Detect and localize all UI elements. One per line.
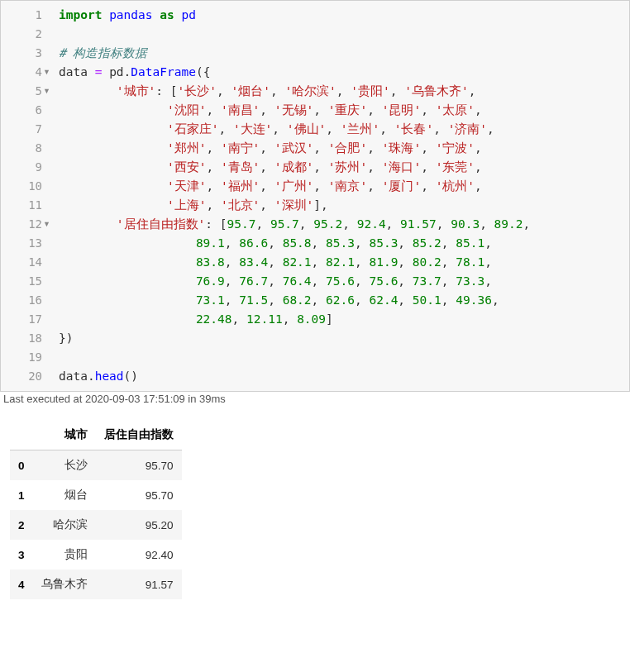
df-row-index: 2: [10, 510, 33, 540]
df-cell: 烟台: [33, 480, 96, 510]
execution-status: Last executed at 2020-09-03 17:51:09 in …: [0, 391, 630, 407]
dataframe-table: 城市居住自由指数 0长沙95.701烟台95.702哈尔滨95.203贵阳92.…: [10, 420, 182, 599]
df-row-index: 1: [10, 480, 33, 510]
df-cell: 95.70: [96, 480, 182, 510]
df-cell: 乌鲁木齐: [33, 570, 96, 599]
code-editor[interactable]: import pandas as pd # 构造指标数据▼data = pd.D…: [50, 1, 629, 391]
table-row: 3贵阳92.40: [10, 540, 182, 570]
df-cell: 95.70: [96, 450, 182, 481]
table-row: 2哈尔滨95.20: [10, 510, 182, 540]
dataframe-output: 城市居住自由指数 0长沙95.701烟台95.702哈尔滨95.203贵阳92.…: [10, 420, 630, 599]
df-cell: 95.20: [96, 510, 182, 540]
df-cell: 92.40: [96, 540, 182, 570]
df-col-header: 城市: [33, 420, 96, 450]
df-row-index: 0: [10, 450, 33, 481]
df-col-header: 居住自由指数: [96, 420, 182, 450]
table-row: 0长沙95.70: [10, 450, 182, 481]
df-row-index: 4: [10, 570, 33, 599]
df-cell: 91.57: [96, 570, 182, 599]
df-corner: [10, 420, 33, 450]
line-number-gutter: 1234567891011121314151617181920: [1, 1, 50, 391]
df-row-index: 3: [10, 540, 33, 570]
table-row: 4乌鲁木齐91.57: [10, 570, 182, 599]
fold-arrow-icon[interactable]: ▼: [43, 63, 50, 82]
table-row: 1烟台95.70: [10, 480, 182, 510]
df-cell: 长沙: [33, 450, 96, 481]
code-cell[interactable]: 1234567891011121314151617181920 import p…: [0, 0, 630, 392]
fold-arrow-icon[interactable]: ▼: [43, 82, 50, 101]
fold-arrow-icon[interactable]: ▼: [43, 215, 50, 234]
df-cell: 贵阳: [33, 540, 96, 570]
df-cell: 哈尔滨: [33, 510, 96, 540]
